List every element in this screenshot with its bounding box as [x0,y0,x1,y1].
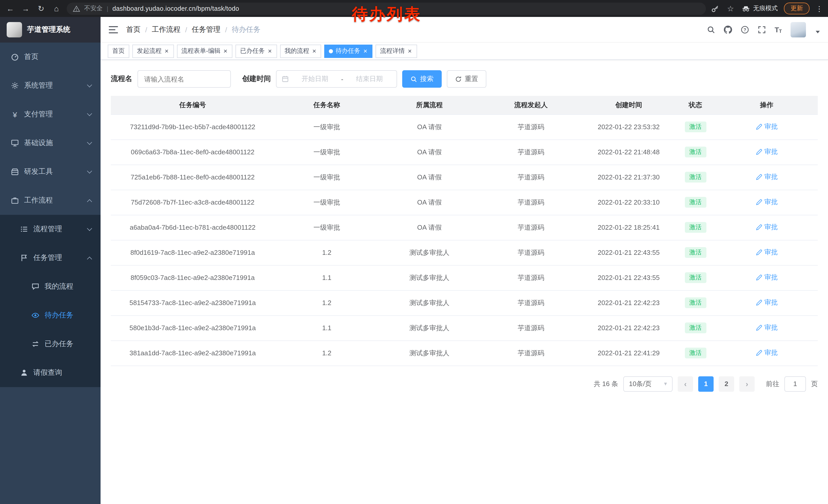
approve-link[interactable]: 审批 [756,273,778,282]
sidebar-item-leave-query[interactable]: 请假查询 [0,358,100,387]
page-button-2[interactable]: 2 [719,376,734,392]
edit-pencil-icon [756,249,762,256]
sidebar-item-devtools[interactable]: 研发工具 [0,157,100,186]
breadcrumb-item[interactable]: 首页 [126,25,140,34]
action-cell: 审批 [716,340,818,366]
fullscreen-icon[interactable] [758,26,766,34]
task-id-cell: 75d72608-7b7f-11ec-a3c8-acde48001122 [111,190,275,215]
sidebar-item-workflow[interactable]: 工作流程 [0,186,100,215]
reset-button[interactable]: 重置 [447,70,486,88]
sidebar-item-system[interactable]: 系统管理 [0,71,100,100]
process-name-input[interactable] [144,71,224,87]
sidebar-item-home[interactable]: 首页 [0,43,100,71]
sidebar-item-my-process[interactable]: 我的流程 [0,272,100,301]
approve-link-label: 审批 [764,198,778,207]
breadcrumb-separator: / [225,26,227,34]
approve-link[interactable]: 审批 [756,248,778,257]
task-name-cell: 一级审批 [275,215,379,240]
reload-button[interactable]: ↻ [36,0,46,17]
sidebar-item-done-task[interactable]: 已办任务 [0,330,100,358]
chevron-up-icon [87,256,92,262]
sidebar-toggle-icon[interactable] [109,26,118,33]
security-label: 不安全 [84,4,102,13]
process-cell: OA 请假 [379,165,480,190]
breadcrumb-separator: / [185,26,187,34]
chevron-down-icon [87,168,92,173]
goto-label: 前往 [766,379,779,388]
gear-icon [10,82,19,90]
close-icon[interactable]: × [407,48,412,54]
task-id-cell: 069c6a63-7b8a-11ec-8ef0-acde48001122 [111,139,275,165]
column-header: 任务名称 [275,96,379,114]
process-cell: 测试多审批人 [379,340,480,366]
chevron-down-icon [87,111,92,116]
sidebar-item-task-mgmt[interactable]: 任务管理 [0,243,100,272]
close-icon[interactable]: × [267,48,272,54]
page-size-select[interactable]: 10条/页 ▾ [623,376,672,392]
approve-link[interactable]: 审批 [756,173,778,182]
page-button-1[interactable]: 1 [698,376,714,392]
sidebar-item-label: 我的流程 [45,282,91,291]
font-size-icon[interactable]: TT [775,26,782,34]
tab-todo-task[interactable]: 待办任务× [325,44,372,58]
close-icon[interactable]: × [164,48,169,54]
reset-button-label: 重置 [465,74,478,84]
tab-done-task[interactable]: 已办任务× [236,44,277,58]
status-cell: 激活 [675,265,716,290]
sidebar-item-infrastructure[interactable]: 基础设施 [0,129,100,157]
browser-menu-icon[interactable]: ⋮ [816,4,823,12]
action-cell: 审批 [716,190,818,215]
sidebar-logo[interactable]: 芋道管理系统 [0,17,100,43]
forward-button[interactable]: → [20,0,31,17]
next-page-button[interactable]: › [739,376,755,392]
breadcrumb-item[interactable]: 工作流程 [152,25,180,34]
back-button[interactable]: ← [5,0,15,17]
active-tab-dot [329,49,333,53]
tab-start-process[interactable]: 发起流程× [132,44,174,58]
goto-page-input[interactable] [784,376,806,392]
create-time-cell: 2022-01-22 21:37:30 [582,165,675,190]
task-name-cell: 一级审批 [275,165,379,190]
breadcrumb-item[interactable]: 任务管理 [192,25,220,34]
status-cell: 激活 [675,340,716,366]
close-icon[interactable]: × [312,48,317,54]
initiator-cell: 芋道源码 [480,240,582,265]
avatar-caret-icon[interactable] [816,31,820,33]
search-button[interactable]: 搜索 [402,70,442,88]
home-button[interactable]: ⌂ [51,0,61,17]
start-date-placeholder: 开始日期 [293,74,337,84]
tab-process-detail[interactable]: 流程详情× [376,44,417,58]
approve-link[interactable]: 审批 [756,298,778,307]
page-size-value: 10条/页 [629,379,652,388]
approve-link[interactable]: 审批 [756,147,778,156]
create-time-cell: 2022-01-22 18:25:41 [582,215,675,240]
task-name-cell: 一级审批 [275,139,379,165]
github-icon[interactable] [724,26,732,34]
close-icon[interactable]: × [223,48,228,54]
task-id-cell: 8f0d1619-7ac8-11ec-a9e2-a2380e71991a [111,240,275,265]
bookmark-star-icon[interactable]: ☆ [726,0,736,17]
search-icon[interactable] [707,26,715,34]
tab-my-process[interactable]: 我的流程× [280,44,321,58]
approve-link[interactable]: 审批 [756,349,778,358]
sidebar-item-payment[interactable]: ¥支付管理 [0,100,100,129]
sidebar-item-process-mgmt[interactable]: 流程管理 [0,215,100,243]
help-icon[interactable]: ? [741,26,749,34]
create-time-label: 创建时间 [242,74,271,84]
tab-home[interactable]: 首页 [108,44,129,58]
approve-link[interactable]: 审批 [756,198,778,207]
sidebar-item-todo-task[interactable]: 待办任务 [0,301,100,330]
initiator-cell: 芋道源码 [480,190,582,215]
edit-pencil-icon [756,149,762,155]
close-icon[interactable]: × [363,48,368,54]
approve-link[interactable]: 审批 [756,323,778,332]
update-button[interactable]: 更新 [784,3,810,14]
tab-form-edit[interactable]: 流程表单-编辑× [177,44,233,58]
key-icon[interactable] [711,4,719,12]
approve-link[interactable]: 审批 [756,223,778,232]
approve-link[interactable]: 审批 [756,122,778,132]
avatar[interactable] [791,22,806,37]
date-range-picker[interactable]: 开始日期 - 结束日期 [276,70,397,88]
sidebar-item-label: 任务管理 [33,253,88,263]
prev-page-button[interactable]: ‹ [678,376,693,392]
